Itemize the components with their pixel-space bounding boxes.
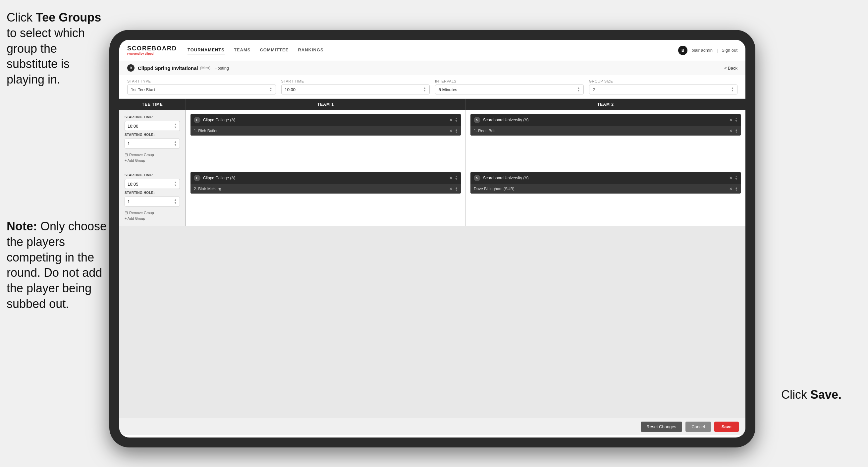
team1-controls-1: ✕ ▲▼ <box>449 117 458 123</box>
click-save-instruction: Click Save. <box>781 388 841 402</box>
tee-actions-1: ⊟ Remove Group + Add Group <box>125 152 180 163</box>
starting-hole-input-1[interactable]: 1 ▲▼ <box>125 139 180 148</box>
player1-arrows-2: ▲▼ <box>455 186 458 191</box>
time-arrows-1: ▲▼ <box>174 123 177 129</box>
tournament-title: Clippd Spring Invitational <box>138 65 198 71</box>
hosting-label: Hosting <box>214 66 229 70</box>
user-name: blair admin <box>691 48 713 53</box>
team2-arrows-1: ▲▼ <box>735 117 738 123</box>
player2-remove-1[interactable]: ✕ <box>729 128 733 133</box>
cancel-button[interactable]: Cancel <box>685 421 711 432</box>
team1-entry-header-2: C Clippd College (A) ✕ ▲▼ <box>190 172 461 184</box>
brand-name: SCOREBOARD <box>127 45 177 52</box>
team2-header: Team 2 <box>465 99 745 110</box>
intervals-input[interactable]: 5 Minutes ▲▼ <box>435 85 584 94</box>
group-size-input[interactable]: 2 ▲▼ <box>589 85 738 94</box>
group-row-2: STARTING TIME: 10:05 ▲▼ STARTING HOLE: 1… <box>119 168 745 226</box>
starting-hole-label-1: STARTING HOLE: <box>125 133 180 137</box>
group-row: STARTING TIME: 10:00 ▲▼ STARTING HOLE: 1… <box>119 110 745 168</box>
player1-name-2: 2. Blair McHarg <box>194 186 446 191</box>
player2-1: 1. Rees Britt ✕ ▲▼ <box>470 126 741 136</box>
brand-powered: Powered by clippd <box>127 52 177 55</box>
start-type-field: Start Type 1st Tee Start ▲▼ <box>127 79 276 94</box>
player2-remove-2[interactable]: ✕ <box>729 186 733 191</box>
start-time-arrows: ▲▼ <box>424 87 426 92</box>
starting-time-label-1: STARTING TIME: <box>125 115 180 119</box>
team1-entry-2: C Clippd College (A) ✕ ▲▼ 2. Blair McHar… <box>190 172 461 194</box>
team1-name-2: Clippd College (A) <box>203 176 446 180</box>
team1-controls-2: ✕ ▲▼ <box>449 175 458 181</box>
nav-right: B blair admin | Sign out <box>678 46 738 55</box>
tablet-frame: SCOREBOARD Powered by clippd Tournaments… <box>109 30 755 447</box>
player1-arrows-1: ▲▼ <box>455 128 458 133</box>
nav-item-tournaments[interactable]: Tournaments <box>187 46 225 54</box>
remove-icon-2: ⊟ <box>125 210 128 215</box>
player1-remove-1[interactable]: ✕ <box>449 128 453 133</box>
start-type-input[interactable]: 1st Tee Start ▲▼ <box>127 85 276 94</box>
team1-icon-2: C <box>194 175 200 181</box>
time-arrows-2: ▲▼ <box>174 181 177 187</box>
add-group-btn-1[interactable]: + Add Group <box>125 158 180 163</box>
instruction-text: Click Tee Groups to select which group t… <box>7 10 109 88</box>
intervals-label: Intervals <box>435 79 584 83</box>
sub-header-icon: B <box>127 64 134 71</box>
team2-remove-1[interactable]: ✕ <box>729 117 733 123</box>
intervals-arrows: ▲▼ <box>578 87 580 92</box>
starting-hole-input-2[interactable]: 1 ▲▼ <box>125 197 180 206</box>
sign-out-link[interactable]: Sign out <box>721 48 738 53</box>
tee-time-header: Tee Time <box>119 99 186 110</box>
team2-controls-2: ✕ ▲▼ <box>729 175 738 181</box>
hole-arrows-1: ▲▼ <box>174 141 177 146</box>
table-header: Tee Time Team 1 Team 2 <box>119 99 745 110</box>
navbar: SCOREBOARD Powered by clippd Tournaments… <box>119 40 745 61</box>
team2-entry-2: S Scoreboard University (A) ✕ ▲▼ Dave Bi… <box>470 172 741 194</box>
start-type-label: Start Type <box>127 79 276 83</box>
team-cells-1: C Clippd College (A) ✕ ▲▼ 1. Rich Butler <box>186 110 745 168</box>
team2-controls-1: ✕ ▲▼ <box>729 117 738 123</box>
team1-header: Team 1 <box>186 99 465 110</box>
nav-divider: | <box>717 48 718 53</box>
save-button[interactable]: Save <box>714 421 739 432</box>
back-button[interactable]: < Back <box>724 66 738 70</box>
team1-cell-2: C Clippd College (A) ✕ ▲▼ 2. Blair McHar… <box>186 168 465 226</box>
team2-entry-header-2: S Scoreboard University (A) ✕ ▲▼ <box>470 172 741 184</box>
intervals-field: Intervals 5 Minutes ▲▼ <box>435 79 584 94</box>
starting-time-input-2[interactable]: 10:05 ▲▼ <box>125 179 180 189</box>
team1-remove-1[interactable]: ✕ <box>449 117 453 123</box>
player1-remove-2[interactable]: ✕ <box>449 186 453 191</box>
remove-group-btn-1[interactable]: ⊟ Remove Group <box>125 152 180 157</box>
start-time-input[interactable]: 10:00 ▲▼ <box>281 85 430 94</box>
add-group-btn-2[interactable]: + Add Group <box>125 216 180 221</box>
player1-name-1: 1. Rich Butler <box>194 128 446 133</box>
tournament-badge: (Men) <box>200 66 210 70</box>
team1-arrows-1: ▲▼ <box>455 117 458 123</box>
team1-arrows-2: ▲▼ <box>455 175 458 181</box>
team2-entry-header-1: S Scoreboard University (A) ✕ ▲▼ <box>470 114 741 126</box>
start-time-label: Start Time <box>281 79 430 83</box>
starting-time-input-1[interactable]: 10:00 ▲▼ <box>125 121 180 131</box>
nav-item-teams[interactable]: Teams <box>234 46 251 54</box>
group-size-arrows: ▲▼ <box>731 87 734 92</box>
nav-items: Tournaments Teams Committee Rankings <box>187 46 678 54</box>
reset-changes-button[interactable]: Reset Changes <box>641 421 682 432</box>
team-cells-2: C Clippd College (A) ✕ ▲▼ 2. Blair McHar… <box>186 168 745 226</box>
team2-remove-2[interactable]: ✕ <box>729 175 733 181</box>
tee-actions-2: ⊟ Remove Group + Add Group <box>125 210 180 221</box>
start-time-field: Start Time 10:00 ▲▼ <box>281 79 430 94</box>
player2-arrows-2: ▲▼ <box>735 186 738 191</box>
team2-cell-2: S Scoreboard University (A) ✕ ▲▼ Dave Bi… <box>465 168 745 226</box>
team1-remove-2[interactable]: ✕ <box>449 175 453 181</box>
player2-2: Dave Billingham (SUB) ✕ ▲▼ <box>470 184 741 194</box>
nav-item-rankings[interactable]: Rankings <box>298 46 323 54</box>
player2-name-1: 1. Rees Britt <box>474 128 726 133</box>
remove-icon-1: ⊟ <box>125 152 128 157</box>
main-content: Start Type 1st Tee Start ▲▼ Start Time 1… <box>119 75 745 418</box>
group-size-field: Group Size 2 ▲▼ <box>589 79 738 94</box>
sub-header: B Clippd Spring Invitational (Men) Hosti… <box>119 61 745 75</box>
nav-item-committee[interactable]: Committee <box>260 46 288 54</box>
tee-time-cell-2: STARTING TIME: 10:05 ▲▼ STARTING HOLE: 1… <box>119 168 186 226</box>
player2-name-2: Dave Billingham (SUB) <box>474 186 726 191</box>
remove-group-btn-2[interactable]: ⊟ Remove Group <box>125 210 180 215</box>
team2-name-1: Scoreboard University (A) <box>483 118 726 122</box>
start-type-arrows: ▲▼ <box>270 87 272 92</box>
